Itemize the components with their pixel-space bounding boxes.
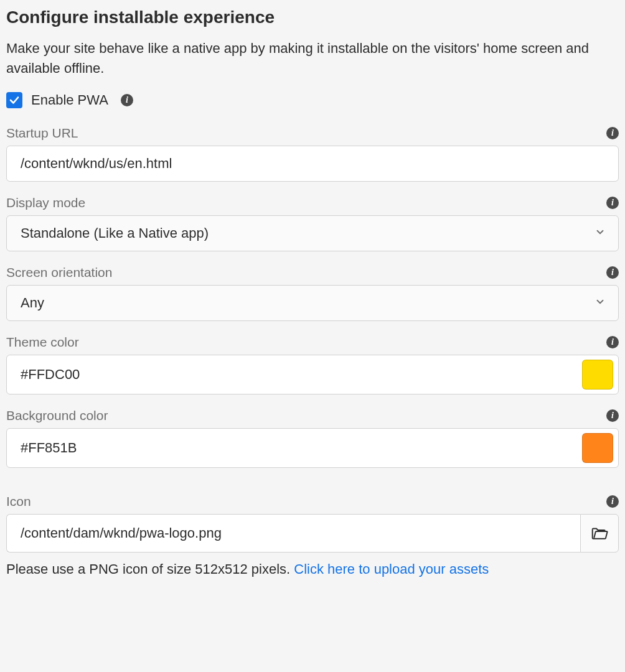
info-icon[interactable]: i (606, 266, 619, 279)
background-color-value[interactable]: #FF851B (21, 440, 575, 456)
screen-orientation-value: Any (21, 295, 44, 311)
screen-orientation-select[interactable]: Any (6, 285, 619, 321)
info-icon[interactable]: i (606, 409, 619, 422)
theme-color-swatch[interactable] (582, 360, 613, 390)
display-mode-label: Display mode (6, 195, 85, 210)
background-color-swatch[interactable] (582, 433, 613, 463)
folder-open-icon (590, 524, 609, 543)
background-color-field: Background color i #FF851B (6, 408, 619, 468)
info-icon[interactable]: i (606, 495, 619, 508)
info-icon[interactable]: i (121, 94, 133, 106)
page-title: Configure installable experience (6, 7, 619, 27)
chevron-down-icon (594, 225, 606, 241)
background-color-label: Background color (6, 408, 108, 423)
enable-pwa-label: Enable PWA (31, 92, 108, 108)
startup-url-input[interactable] (6, 146, 619, 182)
display-mode-field: Display mode i Standalone (Like a Native… (6, 195, 619, 251)
info-icon[interactable]: i (606, 336, 619, 348)
theme-color-input-wrap: #FFDC00 (6, 355, 619, 394)
icon-field: Icon i Please use a PNG icon of size 512… (6, 494, 619, 577)
info-icon[interactable]: i (606, 197, 619, 209)
background-color-input-wrap: #FF851B (6, 428, 619, 468)
enable-pwa-row: Enable PWA i (6, 92, 619, 108)
info-icon[interactable]: i (606, 127, 619, 139)
enable-pwa-checkbox[interactable] (6, 92, 22, 108)
upload-assets-link[interactable]: Click here to upload your assets (294, 561, 489, 577)
startup-url-field: Startup URL i (6, 126, 619, 182)
screen-orientation-field: Screen orientation i Any (6, 265, 619, 321)
chevron-down-icon (594, 295, 606, 311)
screen-orientation-label: Screen orientation (6, 265, 112, 280)
check-icon (9, 95, 20, 106)
display-mode-select[interactable]: Standalone (Like a Native app) (6, 215, 619, 251)
theme-color-label: Theme color (6, 335, 79, 350)
display-mode-value: Standalone (Like a Native app) (21, 225, 209, 241)
icon-helper-prefix: Please use a PNG icon of size 512x512 pi… (6, 561, 294, 577)
theme-color-value[interactable]: #FFDC00 (21, 366, 575, 383)
browse-button[interactable] (580, 514, 619, 553)
theme-color-field: Theme color i #FFDC00 (6, 335, 619, 394)
icon-helper-text: Please use a PNG icon of size 512x512 pi… (6, 561, 619, 577)
icon-path-input[interactable] (6, 514, 580, 553)
startup-url-label: Startup URL (6, 126, 78, 141)
page-description: Make your site behave like a native app … (6, 39, 619, 78)
icon-label: Icon (6, 494, 31, 509)
